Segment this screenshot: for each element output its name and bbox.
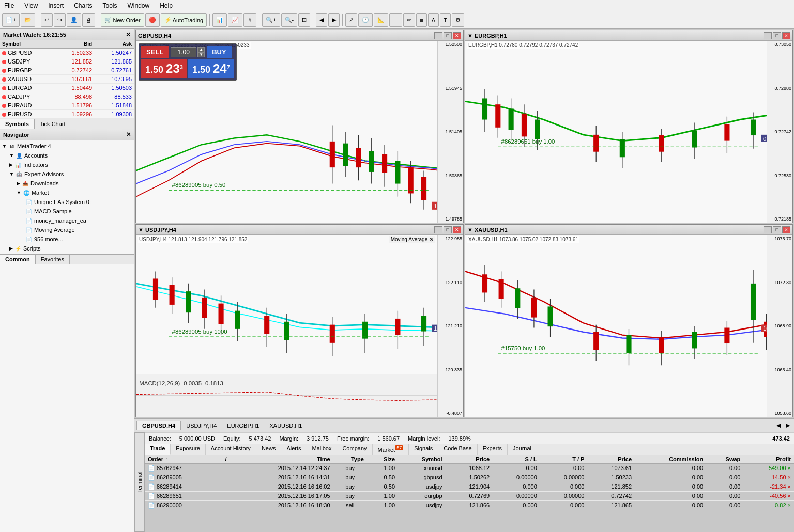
trade-tab-experts[interactable]: Experts	[478, 444, 508, 455]
col-sl[interactable]: S / L	[493, 455, 540, 464]
table-row[interactable]: 📄86289005 2015.12.16 16:14:31 buy 0.50 g…	[145, 473, 794, 482]
col-time[interactable]: Time	[230, 455, 333, 464]
back-button[interactable]: ◀	[316, 13, 327, 27]
col-order[interactable]: Order ↑	[145, 455, 216, 464]
chart-usdjpy-max[interactable]: □	[444, 226, 452, 233]
table-row[interactable]: 📄86289414 2015.12.16 16:16:02 buy 0.50 u…	[145, 482, 794, 491]
nav-item-accounts[interactable]: ▼👤Accounts	[0, 151, 134, 160]
menu-file[interactable]: File	[2, 1, 16, 10]
chart-gbpusd-min[interactable]: _	[434, 32, 442, 39]
menu-help[interactable]: Help	[158, 1, 175, 10]
navigator-close[interactable]: ✕	[126, 131, 131, 138]
expand-arrow[interactable]: ▶	[9, 162, 13, 167]
chart-xauusd-max[interactable]: □	[773, 226, 781, 233]
expand-arrow[interactable]: ▼	[9, 171, 14, 177]
trade-tab-mailbox[interactable]: Mailbox	[307, 444, 338, 455]
nav-item-expert-advisors[interactable]: ▼🤖Expert Advisors	[0, 169, 134, 179]
terminal-tab[interactable]: Terminal	[134, 432, 145, 532]
nav-item-moving-average[interactable]: 📄Moving Average	[0, 225, 134, 234]
market-watch-row[interactable]: EURCAD 1.50449 1.50503	[0, 84, 134, 92]
sell-button[interactable]: SELL	[141, 46, 169, 58]
market-watch-row[interactable]: CADJPY 88.498 88.533	[0, 92, 134, 101]
lot-input[interactable]	[171, 47, 196, 57]
redo-button[interactable]: ↪	[54, 13, 66, 27]
trade-tab-news[interactable]: News	[256, 444, 282, 455]
trade-tab-alerts[interactable]: Alerts	[281, 444, 307, 455]
lot-up[interactable]: ▲	[197, 47, 205, 52]
trade-tab-signals[interactable]: Signals	[409, 444, 438, 455]
col-price-curr[interactable]: Price	[587, 455, 635, 464]
chart-xauusd-body[interactable]: XAUUSD,H1 1073.86 1075.02 1072.83 1073.6…	[465, 235, 792, 417]
col-tp[interactable]: T / P	[540, 455, 588, 464]
forward-button[interactable]: ▶	[328, 13, 340, 27]
nav-item-metatrader-4[interactable]: ▼🖥MetaTrader 4	[0, 142, 134, 151]
chart-gbpusd-max[interactable]: □	[444, 32, 452, 39]
chart-tab-xauusd[interactable]: XAUUSD,H1	[264, 421, 307, 430]
chart-eurgbp-max[interactable]: □	[773, 32, 781, 39]
draw-btn8[interactable]: T	[440, 13, 451, 27]
expand-arrow[interactable]: ▼	[9, 153, 14, 158]
undo-button[interactable]: ↩	[41, 13, 53, 27]
col-symbol[interactable]: Symbol	[0, 40, 54, 49]
nav-item-956-more...[interactable]: 📄956 more...	[0, 234, 134, 244]
draw-btn6[interactable]: ≡	[416, 13, 426, 27]
trade-tab-code-base[interactable]: Code Base	[438, 444, 477, 455]
buy-button[interactable]: BUY	[207, 46, 231, 58]
menu-insert[interactable]: Insert	[46, 1, 66, 10]
draw-btn2[interactable]: 🕐	[358, 13, 373, 27]
chart-tab-next[interactable]: ▶	[784, 422, 792, 429]
new-file-button[interactable]: 📄+	[2, 13, 20, 27]
chart-eurgbp-body[interactable]: EURGBP,H1 0.72780 0.72792 0.72737 0.7274…	[465, 41, 792, 223]
col-profit[interactable]: Profit	[743, 455, 794, 464]
expand-arrow[interactable]: ▶	[9, 246, 13, 251]
market-watch-close[interactable]: ✕	[126, 31, 131, 38]
trade-tab-company[interactable]: Company	[337, 444, 372, 455]
chart-usdjpy-body[interactable]: USDJPY,H4 121.813 121.904 121.796 121.85…	[136, 235, 463, 417]
chart-eurgbp-close[interactable]: ✕	[782, 32, 790, 39]
market-watch-row[interactable]: XAUUSD 1073.61 1073.95	[0, 75, 134, 84]
tab-favorites[interactable]: Favorites	[36, 255, 70, 264]
new-order-icon[interactable]: 🔴	[145, 13, 160, 27]
open-button[interactable]: 📂	[21, 13, 35, 27]
chart-tab-eurgbp[interactable]: EURGBP,H1	[222, 421, 264, 430]
chart-gbpusd-close[interactable]: ✕	[453, 32, 461, 39]
zoom-in-button[interactable]: 🔍+	[262, 13, 280, 27]
expand-arrow[interactable]: ▶	[17, 181, 20, 186]
nav-item-unique-eas-system-0:[interactable]: 📄Unique EAs System 0:	[0, 197, 134, 207]
draw-btn1[interactable]: ↗	[345, 13, 357, 27]
nav-item-downloads[interactable]: ▶📥Downloads	[0, 179, 134, 188]
chart-gbpusd-body[interactable]: GBPUSD,H4 1.50263 1.50327 1.50208 1.5023…	[136, 41, 463, 223]
table-row[interactable]: 📄86289651 2015.12.16 16:17:05 buy 1.00 e…	[145, 491, 794, 500]
tab-common[interactable]: Common	[0, 255, 36, 264]
col-symbol[interactable]: Symbol	[398, 455, 446, 464]
autotrading-button[interactable]: ⚡ AutoTrading	[161, 13, 207, 27]
col-commission[interactable]: Commission	[635, 455, 706, 464]
zoom-out-button[interactable]: 🔍-	[281, 13, 298, 27]
print-button[interactable]: 🖨	[82, 13, 95, 27]
draw-btn9[interactable]: ⚙	[452, 13, 464, 27]
table-row[interactable]: 📄85762947 2015.12.14 12:24:37 buy 1.00 x…	[145, 463, 794, 473]
chart-tab-usdjpy[interactable]: USDJPY,H4	[181, 421, 222, 430]
nav-item-money_manager_ea[interactable]: 📄money_manager_ea	[0, 216, 134, 225]
grid-button[interactable]: ⊞	[298, 13, 310, 27]
draw-btn7[interactable]: A	[428, 13, 439, 27]
col-swap[interactable]: Swap	[706, 455, 743, 464]
chart-usdjpy-min[interactable]: _	[434, 226, 442, 233]
trade-tab-market[interactable]: Market57	[373, 444, 409, 455]
col-bid[interactable]: Bid	[54, 40, 94, 49]
tab-tick-chart[interactable]: Tick Chart	[35, 119, 71, 129]
chart-xauusd-min[interactable]: _	[764, 226, 772, 233]
chart-btn2[interactable]: 📈	[228, 13, 242, 27]
tab-symbols[interactable]: Symbols	[0, 119, 35, 129]
col-ask[interactable]: Ask	[94, 40, 134, 49]
lot-down[interactable]: ▼	[197, 52, 205, 57]
chart-xauusd-close[interactable]: ✕	[782, 226, 790, 233]
trade-tab-account-history[interactable]: Account History	[206, 444, 256, 455]
draw-btn3[interactable]: 📐	[374, 13, 388, 27]
chart-tab-prev[interactable]: ◀	[774, 422, 783, 429]
col-type[interactable]: Type	[333, 455, 367, 464]
chart-btn1[interactable]: 📊	[212, 13, 227, 27]
nav-item-indicators[interactable]: ▶📊Indicators	[0, 160, 134, 169]
nav-item-macd-sample[interactable]: 📄MACD Sample	[0, 207, 134, 216]
trade-tab-trade[interactable]: Trade	[145, 444, 171, 455]
